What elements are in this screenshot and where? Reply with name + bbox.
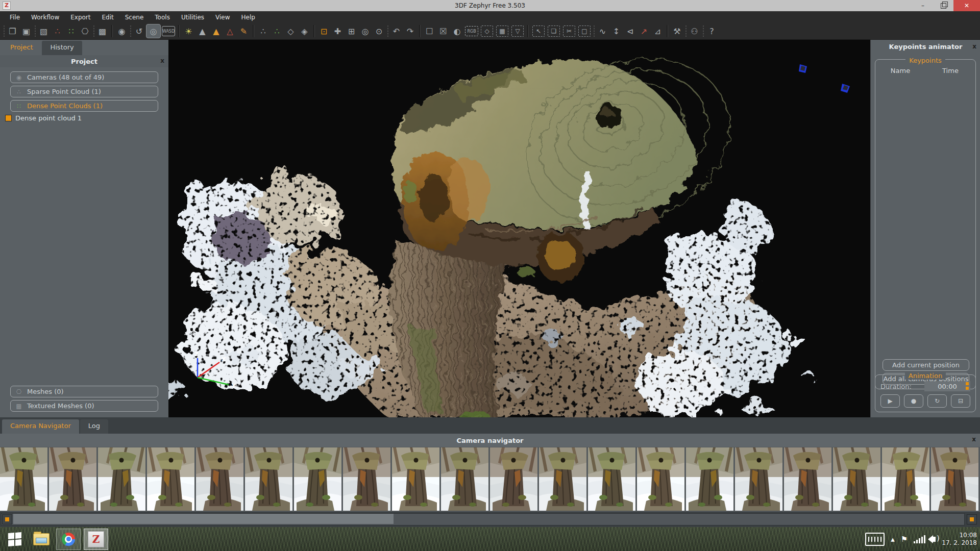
- pointer-select-icon[interactable]: ↖: [532, 26, 545, 37]
- duration-spin-arrows[interactable]: [966, 382, 969, 390]
- menu-workflow[interactable]: Workflow: [26, 12, 65, 22]
- restore-button[interactable]: [933, 0, 953, 11]
- cut-selection-icon[interactable]: ✂: [563, 26, 575, 37]
- menu-scene[interactable]: Scene: [119, 12, 150, 22]
- menu-export[interactable]: Export: [65, 12, 96, 22]
- camera-thumbnail-11[interactable]: [490, 447, 537, 511]
- keypoints-name-column[interactable]: Name: [875, 67, 925, 74]
- dense-point-cloud-item[interactable]: Dense point cloud 1: [5, 114, 82, 122]
- camera-thumbnail-17[interactable]: [784, 447, 831, 511]
- new-workspace-icon[interactable]: ▧: [37, 24, 51, 38]
- close-button[interactable]: ✕: [953, 0, 980, 11]
- measure-icon[interactable]: ⊿: [651, 24, 665, 38]
- keypoints-animator-close-icon[interactable]: x: [972, 43, 976, 50]
- reset-view-icon[interactable]: ⊙: [372, 24, 386, 38]
- play-button[interactable]: ▶: [880, 394, 900, 408]
- file-explorer-button[interactable]: [30, 529, 53, 549]
- export-video-button[interactable]: ⊟: [951, 394, 970, 408]
- zoom-view-icon[interactable]: ◎: [358, 24, 372, 38]
- camera-thumbnail-4[interactable]: [147, 447, 194, 511]
- camera-thumbnail-15[interactable]: [686, 447, 733, 511]
- menu-tools[interactable]: Tools: [149, 12, 176, 22]
- camera-thumbnail-1[interactable]: [0, 447, 47, 511]
- sparse-points-icon[interactable]: ∴: [51, 24, 64, 38]
- rgb-filter-icon[interactable]: RGB: [465, 26, 478, 36]
- tree-item-meshes-0-[interactable]: ⎔Meshes (0): [10, 386, 158, 397]
- height-tool-icon[interactable]: ↕: [609, 24, 623, 38]
- tree-item-dense-point-clouds-1-[interactable]: ∷Dense Point Clouds (1): [10, 100, 158, 112]
- mesh-icon[interactable]: ⎔: [78, 24, 92, 38]
- camera-thumbnail-16[interactable]: [735, 447, 782, 511]
- tab-project[interactable]: Project: [2, 41, 41, 55]
- point-size-icon[interactable]: ∴: [256, 24, 270, 38]
- plane-tool-icon[interactable]: ⊲: [623, 24, 637, 38]
- rect-select-add-icon[interactable]: ☐: [423, 24, 436, 38]
- duplicate-selection-icon[interactable]: ❏: [548, 26, 560, 37]
- solid-cube-icon[interactable]: ◇: [284, 24, 298, 38]
- wireframe-view-icon[interactable]: △: [223, 24, 237, 38]
- lock-view-icon[interactable]: ⊡: [317, 24, 331, 38]
- colored-points-icon[interactable]: ∴: [270, 24, 284, 38]
- camera-thumbnail-12[interactable]: [539, 447, 586, 511]
- menu-help[interactable]: Help: [236, 12, 261, 22]
- redo-icon[interactable]: ↷: [403, 24, 417, 38]
- volume-icon[interactable]: [932, 537, 936, 542]
- keypoints-time-column[interactable]: Time: [925, 67, 975, 74]
- spin-down-icon[interactable]: [966, 387, 969, 390]
- scrollbar-right-button[interactable]: [967, 514, 977, 524]
- orbit-center-icon[interactable]: ◎: [146, 24, 161, 38]
- camera-thumbnail-18[interactable]: [833, 447, 880, 511]
- undo-icon[interactable]: ↶: [389, 24, 403, 38]
- chrome-button[interactable]: [56, 529, 81, 550]
- textured-cube-icon[interactable]: ◈: [298, 24, 311, 38]
- spin-up-icon[interactable]: [966, 382, 969, 385]
- camera-navigator-close-icon[interactable]: x: [972, 436, 976, 443]
- camera-thumbnail-8[interactable]: [343, 447, 390, 511]
- hidden-icons-chevron-icon[interactable]: ▴: [891, 535, 895, 544]
- bounding-box-icon[interactable]: □: [578, 26, 591, 37]
- tab-history[interactable]: History: [42, 41, 82, 55]
- menu-file[interactable]: File: [4, 12, 26, 22]
- touch-keyboard-icon[interactable]: [865, 533, 885, 546]
- camera-thumbnail-10[interactable]: [441, 447, 488, 511]
- camera-thumbnail-5[interactable]: [196, 447, 243, 511]
- orbit-icon[interactable]: ↺: [132, 24, 146, 38]
- camera-thumbnail-20[interactable]: [931, 447, 978, 511]
- pan-view-icon[interactable]: ✚: [331, 24, 345, 38]
- camera-thumbnail-13[interactable]: [588, 447, 635, 511]
- camera-thumbnail-19[interactable]: [882, 447, 929, 511]
- camera-thumbnail-14[interactable]: [637, 447, 684, 511]
- loop-button[interactable]: ↻: [927, 394, 947, 408]
- save-project-icon[interactable]: ▣: [19, 24, 33, 38]
- tree-item-cameras-48-out-of-49-[interactable]: ◉Cameras (48 out of 49): [10, 71, 158, 83]
- camera-thumbnail-9[interactable]: [392, 447, 439, 511]
- minimize-button[interactable]: –: [913, 0, 933, 11]
- grid-select-icon[interactable]: ▦: [496, 26, 508, 37]
- open-project-icon[interactable]: ❐: [6, 24, 19, 38]
- tree-item-textured-meshes-0-[interactable]: ▩Textured Meshes (0): [10, 400, 158, 412]
- shaded-view-icon[interactable]: ▲: [195, 24, 209, 38]
- wasd-mode-icon[interactable]: WASD: [162, 26, 175, 36]
- camera-icon[interactable]: ◉: [115, 24, 129, 38]
- title-bar[interactable]: Z 3DF Zephyr Free 3.503 – ✕: [0, 0, 980, 11]
- help-icon[interactable]: ?: [705, 24, 719, 38]
- camera-thumbnail-3[interactable]: [98, 447, 145, 511]
- rect-select-remove-icon[interactable]: ☒: [436, 24, 450, 38]
- thumbnail-scrollbar[interactable]: [0, 512, 980, 527]
- paint-brush-icon[interactable]: ✎: [237, 24, 251, 38]
- camera-thumbnail-7[interactable]: [294, 447, 341, 511]
- diamond-select-icon[interactable]: ◇: [481, 26, 493, 37]
- textured-view-icon[interactable]: ▲: [209, 24, 223, 38]
- start-button[interactable]: [3, 529, 27, 549]
- invert-selection-icon[interactable]: ◐: [450, 24, 464, 38]
- textured-mesh-icon[interactable]: ▩: [95, 24, 109, 38]
- dense-points-icon[interactable]: ∷: [64, 24, 78, 38]
- wrench-icon[interactable]: ⚒: [670, 24, 684, 38]
- duration-value[interactable]: 00:00: [924, 383, 970, 390]
- scrollbar-left-button[interactable]: [2, 514, 12, 524]
- project-panel-close-icon[interactable]: x: [160, 57, 164, 64]
- menu-edit[interactable]: Edit: [96, 12, 119, 22]
- tab-camera-navigator[interactable]: Camera Navigator: [2, 419, 79, 434]
- clock[interactable]: 10:08 17. 2. 2018: [942, 532, 977, 547]
- duration-spinbox[interactable]: 00:00: [924, 381, 970, 391]
